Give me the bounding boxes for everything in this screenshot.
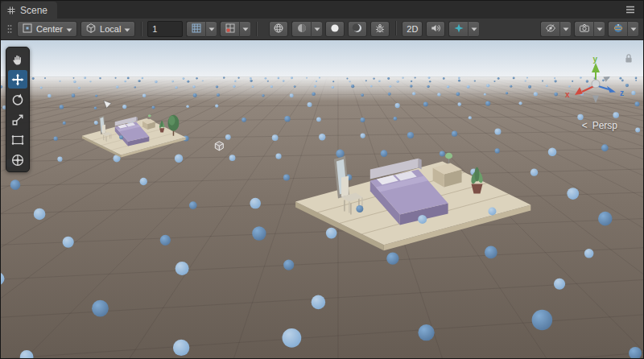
scene-sphere (151, 105, 155, 109)
unity-scene-window: Scene Center Local (0, 0, 644, 359)
scene-sphere (193, 93, 197, 97)
overlay-drag-handle-icon[interactable] (6, 23, 14, 35)
snap-increment-field[interactable] (147, 21, 183, 37)
scene-sphere (532, 310, 553, 331)
axis-x-cone[interactable] (575, 87, 583, 95)
scene-sphere (312, 92, 316, 96)
scene-sphere (284, 116, 290, 122)
orientation-dropdown[interactable]: Local (80, 21, 135, 37)
transform-icon (10, 153, 25, 167)
scene-sphere (242, 118, 246, 122)
toolbar-separator (141, 22, 142, 36)
scene-sphere (34, 208, 46, 221)
scene-sphere (443, 77, 445, 80)
gizmos-button[interactable] (608, 21, 627, 37)
scene-sphere (326, 228, 337, 239)
axis-neg-y-cone[interactable] (592, 96, 599, 104)
scene-viewport[interactable]: y x z < Persp (1, 40, 643, 358)
hamburger-menu-icon[interactable] (622, 2, 638, 17)
scene-sphere (265, 77, 267, 80)
grid-snap-button[interactable] (186, 21, 205, 37)
speaker-icon (430, 23, 441, 35)
scene-sphere (270, 85, 273, 88)
grid-tab-icon (6, 6, 16, 15)
increment-snap-dropdown[interactable] (239, 21, 250, 37)
scene-camera-button[interactable] (574, 21, 593, 37)
scene-sphere (127, 76, 130, 79)
scene-sphere (60, 105, 64, 109)
scene-sphere (250, 77, 252, 80)
effects-split-button (448, 21, 479, 37)
scene-sphere (186, 105, 189, 108)
mode-2d-button[interactable]: 2D (402, 21, 423, 37)
scene-sphere (534, 92, 538, 96)
rotate-tool[interactable] (8, 90, 27, 109)
move-tool[interactable] (8, 70, 27, 89)
tool-strip (6, 47, 30, 172)
cube-icon (85, 23, 97, 35)
scene-sphere (316, 80, 317, 82)
scene-sphere (275, 153, 281, 159)
scene-render (1, 40, 643, 359)
scene-sphere (488, 207, 496, 215)
hand-icon (10, 52, 25, 67)
scene-sphere (554, 279, 565, 290)
gizmos-dropdown[interactable] (627, 21, 638, 37)
bug-icon (374, 23, 386, 35)
move-icon (10, 72, 25, 87)
hand-tool[interactable] (8, 50, 27, 68)
scene-sphere (542, 80, 543, 81)
grid-snap-dropdown[interactable] (205, 21, 217, 37)
axis-x-label: x (565, 90, 570, 99)
scene-sphere (73, 80, 76, 83)
shading-mode-dropdown[interactable] (311, 21, 322, 37)
render-mode-button[interactable] (269, 21, 288, 37)
transform-tool[interactable] (8, 151, 27, 169)
lighting-toggle-button[interactable] (325, 21, 345, 37)
persp-arrow-icon[interactable]: < (582, 120, 588, 131)
axis-y-cone[interactable] (592, 63, 600, 72)
visibility-split-button (540, 21, 571, 37)
orientation-label: Local (100, 24, 121, 34)
scene-visibility-dropdown[interactable] (559, 21, 571, 37)
scene-sphere (485, 246, 497, 259)
moon-toggle-button[interactable] (348, 21, 367, 37)
scene-sphere (217, 93, 220, 97)
scene-sphere (386, 252, 398, 264)
scene-sphere (319, 134, 325, 140)
scene-camera-dropdown[interactable] (593, 21, 605, 37)
scene-sphere (381, 150, 388, 157)
scene-sphere (548, 147, 557, 156)
scene-sphere (63, 122, 66, 125)
scene-sphere (60, 80, 61, 82)
scene-sphere (635, 128, 640, 133)
scene-sphere (283, 328, 302, 348)
scene-sphere (447, 85, 450, 89)
scene-visibility-button[interactable] (540, 21, 559, 37)
debug-toggle-button[interactable] (370, 21, 390, 37)
scene-sphere (196, 77, 197, 79)
scene-sphere (440, 151, 445, 157)
audio-toggle-button[interactable] (426, 21, 445, 37)
scene-sphere (283, 260, 294, 270)
scene-sphere (530, 168, 538, 175)
scale-tool[interactable] (8, 110, 27, 129)
increment-snap-button[interactable] (220, 21, 239, 37)
shading-mode-button[interactable] (291, 21, 311, 37)
axis-neg-x-cone[interactable] (603, 76, 610, 82)
tab-scene[interactable]: Scene (1, 2, 57, 19)
scene-sphere (429, 80, 431, 82)
prefab-cube-icon[interactable] (215, 142, 223, 151)
effects-button[interactable] (448, 21, 468, 37)
scene-sphere (252, 226, 266, 240)
rotate-icon (10, 93, 25, 107)
projection-label[interactable]: < Persp (582, 120, 617, 131)
scene-sphere (428, 76, 431, 79)
effects-dropdown[interactable] (468, 21, 479, 37)
pivot-dropdown[interactable]: Center (17, 21, 77, 37)
scene-sphere (94, 121, 98, 125)
lock-icon[interactable] (624, 53, 634, 64)
gizmo-center-sphere[interactable] (592, 80, 600, 88)
rect-tool[interactable] (8, 130, 27, 149)
scene-sphere (187, 80, 189, 83)
